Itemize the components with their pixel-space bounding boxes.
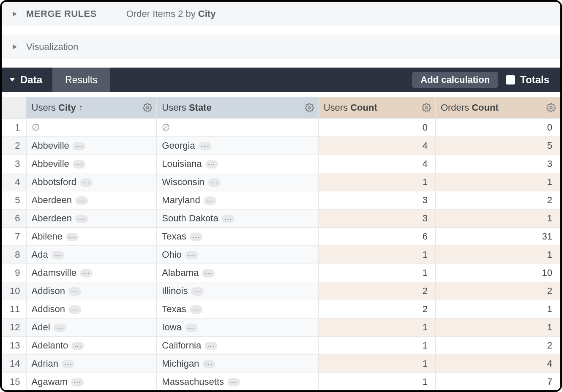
- state-cell[interactable]: Wisconsin···: [157, 173, 318, 191]
- add-calculation-button[interactable]: Add calculation: [412, 72, 498, 88]
- orders-count-cell[interactable]: 1: [435, 300, 560, 318]
- state-cell[interactable]: South Dakota···: [157, 209, 318, 227]
- state-cell[interactable]: Alabama···: [157, 264, 318, 282]
- city-cell[interactable]: Adrian···: [26, 354, 157, 373]
- totals-toggle[interactable]: Totals: [506, 68, 560, 92]
- ellipsis-icon[interactable]: ···: [80, 269, 93, 278]
- ellipsis-icon[interactable]: ···: [54, 324, 66, 332]
- ellipsis-icon[interactable]: ···: [73, 142, 85, 150]
- users-count-cell[interactable]: 1: [318, 373, 435, 391]
- ellipsis-icon[interactable]: ···: [80, 178, 93, 187]
- orders-count-cell[interactable]: 5: [435, 136, 560, 155]
- ellipsis-icon[interactable]: ···: [185, 251, 198, 259]
- ellipsis-icon[interactable]: ···: [75, 215, 88, 223]
- users-count-cell[interactable]: 2: [318, 282, 435, 300]
- city-cell[interactable]: Adamsville···: [26, 264, 157, 282]
- ellipsis-icon[interactable]: ···: [204, 196, 216, 205]
- city-cell[interactable]: ∅: [26, 118, 157, 136]
- ellipsis-icon[interactable]: ···: [205, 160, 218, 169]
- state-cell[interactable]: California···: [157, 336, 318, 354]
- city-cell[interactable]: Abilene···: [26, 227, 157, 245]
- column-header-count[interactable]: Orders Count: [435, 97, 560, 118]
- orders-count-cell[interactable]: 1: [435, 245, 560, 264]
- column-header-state[interactable]: Users State: [157, 97, 318, 118]
- ellipsis-icon[interactable]: ···: [71, 342, 84, 350]
- ellipsis-icon[interactable]: ···: [73, 160, 85, 169]
- column-header-count[interactable]: Users Count: [318, 97, 435, 118]
- ellipsis-icon[interactable]: ···: [227, 378, 240, 387]
- city-cell[interactable]: Abbotsford···: [26, 173, 157, 191]
- users-count-cell[interactable]: 6: [318, 227, 435, 245]
- ellipsis-icon[interactable]: ···: [199, 142, 211, 150]
- city-cell[interactable]: Adelanto···: [26, 336, 157, 354]
- state-cell[interactable]: Georgia···: [157, 136, 318, 155]
- orders-count-cell[interactable]: 2: [435, 336, 560, 354]
- orders-count-cell[interactable]: 0: [435, 118, 560, 136]
- ellipsis-icon[interactable]: ···: [52, 251, 64, 259]
- ellipsis-icon[interactable]: ···: [208, 178, 221, 187]
- orders-count-cell[interactable]: 1: [435, 209, 560, 227]
- gear-icon[interactable]: [546, 103, 556, 112]
- ellipsis-icon[interactable]: ···: [66, 233, 79, 241]
- users-count-cell[interactable]: 1: [318, 336, 435, 354]
- ellipsis-icon[interactable]: ···: [222, 215, 235, 223]
- ellipsis-icon[interactable]: ···: [185, 324, 198, 332]
- users-count-cell[interactable]: 2: [318, 300, 435, 318]
- city-cell[interactable]: Adel···: [26, 318, 157, 336]
- ellipsis-icon[interactable]: ···: [71, 378, 84, 387]
- state-cell[interactable]: Michigan···: [157, 354, 318, 373]
- city-cell[interactable]: Addison···: [26, 282, 157, 300]
- ellipsis-icon[interactable]: ···: [205, 342, 217, 350]
- state-cell[interactable]: Louisiana···: [157, 155, 318, 173]
- gear-icon[interactable]: [305, 103, 314, 112]
- users-count-cell[interactable]: 3: [318, 191, 435, 209]
- state-cell[interactable]: Texas···: [157, 227, 318, 245]
- city-cell[interactable]: Aberdeen···: [26, 191, 157, 209]
- city-cell[interactable]: Agawam···: [26, 373, 157, 391]
- ellipsis-icon[interactable]: ···: [190, 233, 202, 241]
- orders-count-cell[interactable]: 4: [435, 354, 560, 373]
- city-cell[interactable]: Abbeville···: [26, 136, 157, 155]
- orders-count-cell[interactable]: 2: [435, 191, 560, 209]
- column-header-city[interactable]: Users City↑: [26, 97, 157, 118]
- state-cell[interactable]: Ohio···: [157, 245, 318, 264]
- state-cell[interactable]: Texas···: [157, 300, 318, 318]
- ellipsis-icon[interactable]: ···: [62, 360, 74, 368]
- orders-count-cell[interactable]: 3: [435, 155, 560, 173]
- orders-count-cell[interactable]: 2: [435, 282, 560, 300]
- city-cell[interactable]: Addison···: [26, 300, 157, 318]
- city-cell[interactable]: Ada···: [26, 245, 157, 264]
- users-count-cell[interactable]: 3: [318, 209, 435, 227]
- tab-results[interactable]: Results: [52, 68, 110, 92]
- users-count-cell[interactable]: 0: [318, 118, 435, 136]
- users-count-cell[interactable]: 4: [318, 136, 435, 155]
- orders-count-cell[interactable]: 31: [435, 227, 560, 245]
- merge-rules-panel[interactable]: MERGE RULES Order Items 2 by City: [2, 2, 560, 26]
- orders-count-cell[interactable]: 1: [435, 318, 560, 336]
- city-cell[interactable]: Aberdeen···: [26, 209, 157, 227]
- visualization-panel[interactable]: Visualization: [2, 35, 560, 59]
- ellipsis-icon[interactable]: ···: [190, 305, 202, 314]
- orders-count-cell[interactable]: 10: [435, 264, 560, 282]
- ellipsis-icon[interactable]: ···: [202, 269, 215, 278]
- orders-count-cell[interactable]: 1: [435, 173, 560, 191]
- users-count-cell[interactable]: 1: [318, 245, 435, 264]
- orders-count-cell[interactable]: 7: [435, 373, 560, 391]
- ellipsis-icon[interactable]: ···: [68, 305, 81, 314]
- gear-icon[interactable]: [422, 103, 431, 112]
- state-cell[interactable]: ∅: [157, 118, 318, 136]
- users-count-cell[interactable]: 1: [318, 173, 435, 191]
- users-count-cell[interactable]: 1: [318, 264, 435, 282]
- city-cell[interactable]: Abbeville···: [26, 155, 157, 173]
- users-count-cell[interactable]: 1: [318, 354, 435, 373]
- state-cell[interactable]: Massachusetts···: [157, 373, 318, 391]
- ellipsis-icon[interactable]: ···: [202, 360, 215, 368]
- gear-icon[interactable]: [143, 103, 152, 112]
- state-cell[interactable]: Illinois···: [157, 282, 318, 300]
- state-cell[interactable]: Iowa···: [157, 318, 318, 336]
- data-dropdown[interactable]: Data: [2, 68, 52, 92]
- users-count-cell[interactable]: 1: [318, 318, 435, 336]
- ellipsis-icon[interactable]: ···: [75, 196, 88, 205]
- state-cell[interactable]: Maryland···: [157, 191, 318, 209]
- ellipsis-icon[interactable]: ···: [191, 287, 204, 296]
